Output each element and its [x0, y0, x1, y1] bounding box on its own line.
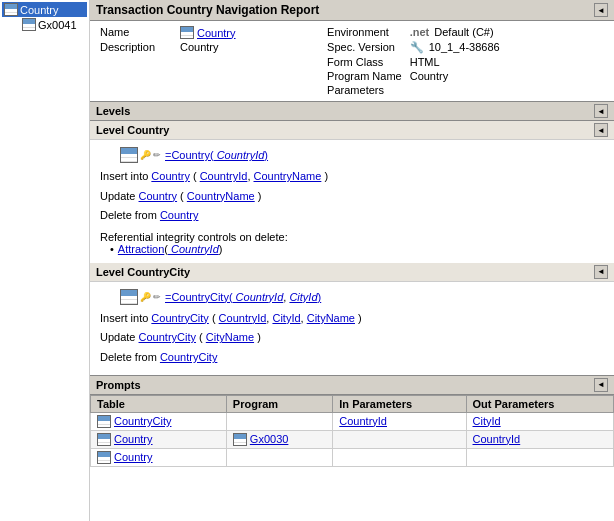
table-row: CountryCity CountryId CityId	[91, 412, 614, 430]
country-db-icon	[120, 147, 138, 163]
environment-text: Default (C#)	[434, 26, 493, 38]
country-insert-row: Insert into Country ( CountryId, Country…	[100, 168, 604, 186]
row0-table-link[interactable]: CountryCity	[114, 415, 171, 427]
countrycity-update-row: Update CountryCity ( CityName )	[100, 329, 604, 347]
report-title: Transaction Country Navigation Report	[96, 3, 319, 17]
bottom-program-cell	[226, 448, 332, 466]
country-close-link[interactable]: )	[264, 149, 268, 161]
row1-in-params	[333, 430, 466, 448]
row0-out-link[interactable]: CityId	[473, 415, 501, 427]
row1-table-link[interactable]: Country	[114, 433, 153, 445]
tree-item-country[interactable]: Country	[2, 2, 87, 17]
prompts-table-container: Table Program In Parameters Out Paramete…	[90, 395, 614, 467]
ref-integrity-section: Referential integrity controls on delete…	[90, 229, 614, 259]
form-class-label: Form Class	[307, 55, 406, 69]
level-country-scroll-btn[interactable]: ◄	[594, 123, 608, 137]
col-table: Table	[91, 395, 227, 412]
countrycity-close-link[interactable]: )	[318, 291, 322, 303]
table-row: Country Gx0030 CountryId	[91, 430, 614, 448]
level-country-function-row: 🔑 ✏ =Country( CountryId)	[90, 144, 614, 166]
level-countrycity-function-row: 🔑 ✏ =CountryCity( CountryId, CityId)	[90, 286, 614, 308]
row1-program: Gx0030	[226, 430, 332, 448]
name-table-icon	[180, 26, 194, 39]
countrycity-id-link[interactable]: CountryId	[233, 291, 284, 303]
row1-table: Country	[91, 430, 227, 448]
row0-program	[226, 412, 332, 430]
gx0041-table-icon	[22, 18, 36, 31]
level-countrycity-scroll-btn[interactable]: ◄	[594, 265, 608, 279]
info-table: Name Country Environment .net Default (C…	[96, 25, 608, 97]
ref-integrity-item-0: • Attraction( CountryId)	[100, 243, 604, 255]
cc-insert-cityid[interactable]: CityId	[272, 312, 300, 324]
country-update-countryname[interactable]: CountryName	[187, 190, 255, 202]
level-country-function: =Country( CountryId)	[165, 149, 268, 161]
bottom-table-icon	[97, 451, 111, 464]
level-countrycity-function: =CountryCity( CountryId, CityId)	[165, 291, 321, 303]
col-program: Program	[226, 395, 332, 412]
row0-table: CountryCity	[91, 412, 227, 430]
environment-value: .net Default (C#)	[406, 25, 608, 40]
country-insert-countryid[interactable]: CountryId	[200, 170, 248, 182]
row1-table-icon	[97, 433, 111, 446]
row1-program-link[interactable]: Gx0030	[250, 433, 289, 445]
spec-version-value: 🔧 10_1_4-38686	[406, 40, 608, 55]
levels-title: Levels	[96, 105, 130, 117]
country-update-link[interactable]: Country	[139, 190, 178, 202]
cc-update-link[interactable]: CountryCity	[139, 331, 196, 343]
ref-integrity-attraction: Attraction( CountryId)	[118, 243, 223, 255]
cc-delete-link[interactable]: CountryCity	[160, 351, 217, 363]
right-panel: Transaction Country Navigation Report ◄ …	[90, 0, 614, 521]
country-key-icon: 🔑	[140, 150, 151, 160]
row0-table-icon	[97, 415, 111, 428]
countrycity-insert-link[interactable]: CountryCity	[151, 312, 208, 324]
country-func-link[interactable]: =Country(	[165, 149, 214, 161]
bottom-country-link[interactable]: Country	[114, 451, 153, 463]
col-out-params: Out Parameters	[466, 395, 613, 412]
country-insert-countryname[interactable]: CountryName	[254, 170, 322, 182]
tree-item-gx0041[interactable]: Gx0041	[20, 17, 87, 32]
spec-version-text: 10_1_4-38686	[429, 41, 500, 53]
row0-in-link[interactable]: CountryId	[339, 415, 387, 427]
row0-out-params: CityId	[466, 412, 613, 430]
cc-insert-cityname[interactable]: CityName	[307, 312, 355, 324]
row0-in-params: CountryId	[333, 412, 466, 430]
cc-insert-countryid[interactable]: CountryId	[219, 312, 267, 324]
countrycity-insert-row: Insert into CountryCity ( CountryId, Cit…	[100, 310, 604, 328]
levels-scroll-btn[interactable]: ◄	[594, 104, 608, 118]
country-insert-link[interactable]: Country	[151, 170, 190, 182]
dotnet-icon: .net	[410, 26, 430, 38]
spec-icon: 🔧	[410, 41, 424, 53]
countrycity-pencil-icon: ✏	[153, 292, 161, 302]
col-in-params: In Parameters	[333, 395, 466, 412]
country-table-icon	[4, 3, 18, 16]
attraction-link[interactable]: Attraction	[118, 243, 164, 255]
prompts-section-header: Prompts ◄	[90, 375, 614, 395]
tree-item-gx0041-label: Gx0041	[38, 19, 77, 31]
scroll-right-btn[interactable]: ◄	[594, 3, 608, 17]
main-content[interactable]: Name Country Environment .net Default (C…	[90, 21, 614, 521]
name-value: Country	[176, 25, 307, 40]
cityid-link[interactable]: CityId	[289, 291, 317, 303]
countrycity-func-link[interactable]: =CountryCity(	[165, 291, 233, 303]
parameters-label: Parameters	[307, 83, 406, 97]
bullet-dot: •	[110, 243, 114, 255]
prompts-title: Prompts	[96, 379, 141, 391]
country-update-row: Update Country ( CountryName )	[100, 188, 604, 206]
info-section: Name Country Environment .net Default (C…	[90, 21, 614, 101]
country-delete-link[interactable]: Country	[160, 209, 199, 221]
country-crud-text: Insert into Country ( CountryId, Country…	[90, 166, 614, 229]
name-link[interactable]: Country	[197, 27, 236, 39]
prompts-table: Table Program In Parameters Out Paramete…	[90, 395, 614, 467]
level-country-header: Level Country ◄	[90, 121, 614, 140]
levels-section-header: Levels ◄	[90, 101, 614, 121]
countrycity-delete-row: Delete from CountryCity	[100, 349, 604, 367]
left-tree-panel: Country Gx0041	[0, 0, 90, 521]
ref-integrity-title: Referential integrity controls on delete…	[100, 231, 604, 243]
prompts-scroll-btn[interactable]: ◄	[594, 378, 608, 392]
row1-out-link[interactable]: CountryId	[473, 433, 521, 445]
bottom-out-cell	[466, 448, 613, 466]
attraction-countryid-link[interactable]: CountryId	[168, 243, 219, 255]
tree-item-country-label: Country	[20, 4, 59, 16]
country-id-link[interactable]: CountryId	[214, 149, 265, 161]
cc-update-cityname[interactable]: CityName	[206, 331, 254, 343]
